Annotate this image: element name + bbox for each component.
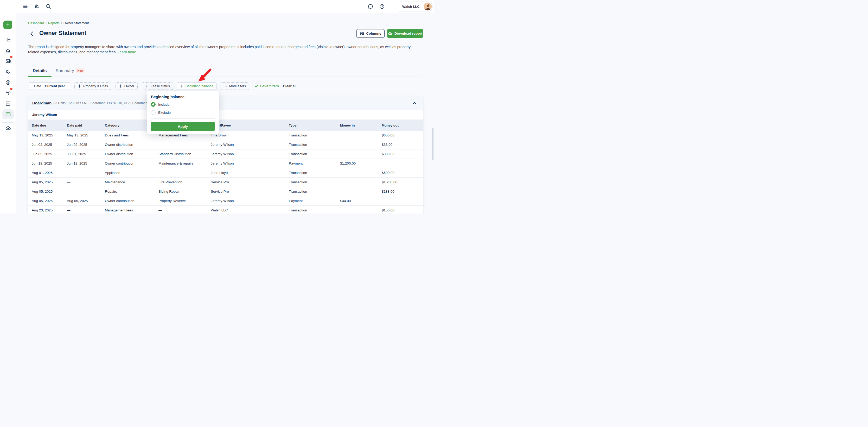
filter-chip-property-units[interactable]: Property & Units — [74, 82, 111, 90]
search-icon[interactable] — [46, 4, 52, 9]
cell-date-paid: Aug 05, 2025 — [67, 199, 105, 203]
notification-dot — [10, 88, 12, 90]
cell-date-due: May 13, 2025 — [28, 133, 67, 137]
download-report-button[interactable]: Download report — [387, 29, 423, 38]
cell-type: Transaction — [289, 133, 340, 137]
cell-date-paid: — — [67, 180, 105, 184]
cell-date-due: Aug 05, 2025 — [28, 180, 67, 184]
clear-all-button[interactable]: Clear all — [283, 84, 297, 88]
cell-description: — — [158, 143, 211, 147]
report-description: The report is designed for property mana… — [28, 44, 422, 55]
avatar — [424, 3, 432, 10]
sidebar-item-people-icon[interactable] — [0, 67, 16, 77]
cell-description: — — [158, 208, 211, 212]
main-content: Dashboard/Reports/Owner Statement Owner … — [16, 13, 434, 214]
breadcrumb-reports[interactable]: Reports — [48, 21, 60, 25]
table-row[interactable]: Jun 02, 2025 Jun 02, 2025 Owner distribu… — [28, 140, 423, 149]
property-name: Boardman — [32, 101, 52, 105]
date-filter-chip[interactable]: Date Current year — [29, 82, 70, 90]
filter-bar: Date Current year Property & Units Owner… — [29, 82, 297, 90]
cell-date-paid: Jun 02, 2025 — [67, 143, 105, 147]
table-row[interactable]: Aug 05, 2025 Aug 05, 2025 Owner contribu… — [28, 196, 423, 206]
account-menu[interactable]: Walsh LLC — [395, 2, 433, 11]
cell-date-due: Aug 05, 2025 — [28, 190, 67, 194]
chevron-up-icon[interactable] — [412, 101, 417, 106]
cell-date-due: Aug 01, 2025 — [28, 171, 67, 175]
cell-category: Repairs — [105, 190, 158, 194]
ellipsis-icon — [223, 84, 227, 88]
beginning-balance-popover: Beginning balance Include Exclude Apply — [147, 91, 219, 134]
col-type: Type — [289, 123, 340, 127]
cell-money-in: $44.00 — [340, 199, 382, 203]
sidebar-item-home-icon[interactable] — [0, 46, 16, 55]
cell-type: Transaction — [289, 143, 340, 147]
cell-date-paid: — — [67, 171, 105, 175]
cell-date-paid: — — [67, 190, 105, 194]
tab-details[interactable]: Details — [28, 64, 52, 77]
vertical-scrollbar[interactable] — [432, 128, 433, 160]
cell-category: Owner contribution — [105, 199, 158, 203]
table-row[interactable]: Aug 01, 2025 — Appliance — John Lloyd Tr… — [28, 168, 423, 177]
cell-category: Appliance — [105, 171, 158, 175]
save-filters-button[interactable]: Save filters — [254, 84, 279, 88]
svg-text:$: $ — [7, 81, 9, 84]
columns-button[interactable]: Columns — [356, 29, 384, 38]
table-row[interactable]: Jun 05, 2025 Jul 31, 2025 Owner distribu… — [28, 149, 423, 159]
cell-type: Transaction — [289, 190, 340, 194]
hamburger-menu-icon[interactable] — [23, 4, 28, 9]
back-button[interactable] — [30, 31, 33, 36]
cell-description: Property Reserve — [158, 199, 211, 203]
cell-money-out: $33.00 — [382, 143, 423, 147]
radio-include[interactable] — [151, 102, 156, 107]
table-body: May 13, 2025 May 13, 2025 Dues and Fees … — [28, 131, 423, 214]
filter-chip-owner[interactable]: Owner — [116, 82, 137, 90]
close-icon — [31, 84, 32, 88]
cell-category: Maintenance — [105, 180, 158, 184]
chat-icon[interactable] — [368, 4, 373, 9]
svg-text:?: ? — [381, 5, 383, 8]
table-row[interactable]: May 13, 2025 May 13, 2025 Dues and Fees … — [28, 131, 423, 140]
radio-exclude[interactable] — [151, 110, 156, 115]
chevron-down-icon — [67, 85, 68, 88]
cell-date-due: Jun 18, 2025 — [28, 162, 67, 165]
help-icon[interactable]: ? — [379, 4, 385, 9]
tab-bar: Details Summary New — [28, 64, 423, 77]
sidebar-item-reports-selected[interactable] — [2, 109, 14, 119]
property-report-card: Boardman ( 3 Units | 123 3rd St NE, Boar… — [28, 96, 423, 214]
learn-more-link[interactable]: Learn more — [118, 50, 136, 54]
cell-type: Transaction — [289, 180, 340, 184]
alarm-siren-icon[interactable] — [34, 4, 39, 9]
sidebar-item-news-icon[interactable] — [0, 56, 16, 66]
apply-button[interactable]: Apply — [151, 122, 215, 131]
table-row[interactable]: Jun 18, 2025 Jun 18, 2025 Owner contribu… — [28, 159, 423, 168]
cell-date-paid: May 13, 2025 — [67, 133, 105, 137]
cell-description: Maintenance & repairs — [158, 162, 211, 165]
sidebar-item-maintenance-icon[interactable] — [0, 88, 16, 97]
page-title: Owner Statement — [39, 30, 86, 36]
cell-money-out: $500.00 — [382, 171, 423, 175]
tab-summary[interactable]: Summary New — [55, 64, 86, 77]
sidebar-item-money-icon[interactable]: $ — [0, 78, 16, 87]
table-row[interactable]: Aug 05, 2025 — Maintenance Fire Preventi… — [28, 177, 423, 187]
cell-date-paid: Jun 18, 2025 — [67, 162, 105, 165]
cell-description: Standard Distribution — [158, 152, 211, 156]
cell-payer-payee: Jeremy Wilson — [211, 152, 289, 156]
sidebar-item-dashboard-icon[interactable] — [0, 35, 16, 44]
cell-category: Owner distribution — [105, 143, 158, 147]
table-row[interactable]: Aug 05, 2025 — Repairs Siding Repair Ser… — [28, 187, 423, 196]
sidebar-item-notes-icon[interactable] — [0, 99, 16, 108]
cell-money-out: $188.00 — [382, 190, 423, 194]
cell-payer-payee: Service Pro — [211, 180, 289, 184]
table-row[interactable]: Aug 23, 2025 — Management fees — Walsh L… — [28, 206, 423, 214]
sidebar-item-downloads-icon[interactable] — [0, 123, 16, 133]
filter-chip-lease-status[interactable]: Lease status — [142, 82, 173, 90]
property-group-header[interactable]: Boardman ( 3 Units | 123 3rd St NE, Boar… — [28, 96, 423, 110]
filter-chip-beginning-balance[interactable]: Beginning balance — [177, 82, 217, 90]
breadcrumb-dashboard[interactable]: Dashboard — [28, 21, 44, 25]
cell-date-due: Aug 05, 2025 — [28, 199, 67, 203]
more-filters-chip[interactable]: More filters — [220, 82, 249, 90]
cell-description: — — [158, 171, 211, 175]
radio-option-exclude[interactable]: Exclude — [151, 110, 215, 115]
radio-option-include[interactable]: Include — [151, 102, 215, 107]
add-button[interactable] — [3, 21, 12, 29]
